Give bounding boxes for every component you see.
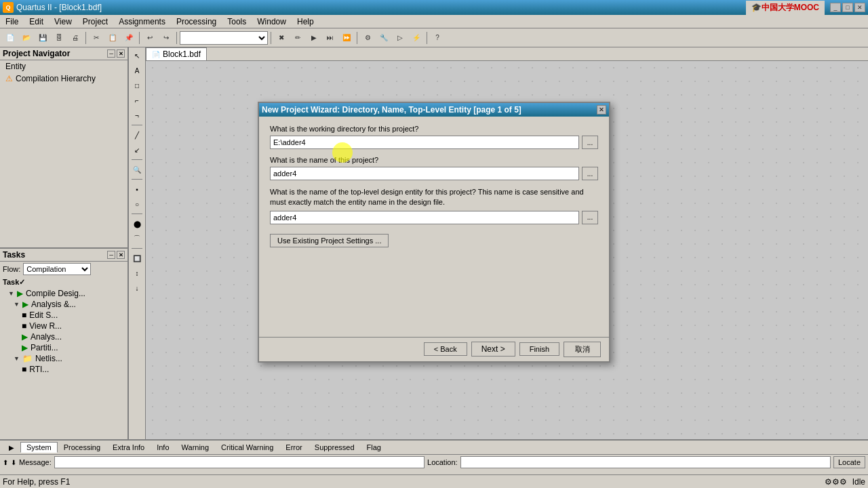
menu-file[interactable]: File xyxy=(0,15,24,28)
window-title: Quartus II - [Block1.bdf] xyxy=(16,3,102,12)
dialog-title-bar: New Project Wizard: Directory, Name, Top… xyxy=(259,103,609,117)
dialog-spacer xyxy=(259,256,609,337)
project-name-label: What is the name of this project? xyxy=(270,156,598,164)
sep2 xyxy=(139,32,140,44)
copy-btn[interactable]: 📋 xyxy=(105,30,120,45)
tab-extra-info[interactable]: Extra Info xyxy=(106,442,151,453)
sep3 xyxy=(176,32,177,44)
cut-btn[interactable]: ✂ xyxy=(89,30,104,45)
msg-up-btn[interactable]: ⬆ xyxy=(3,459,8,466)
message-tabs: ▶ System Processing Extra Info Info Warn… xyxy=(0,441,868,455)
asm-btn[interactable]: ⚙ xyxy=(360,30,375,45)
status-text: For Help, press F1 xyxy=(3,477,70,487)
bottom-panel: ▶ System Processing Extra Info Info Warn… xyxy=(0,439,868,474)
menu-project[interactable]: Project xyxy=(77,15,113,28)
tab-info[interactable]: Info xyxy=(151,442,175,453)
message-label: Message: xyxy=(19,458,52,466)
sep6 xyxy=(427,32,427,44)
mooc-logo: 🎓 中国大学MOOC xyxy=(746,1,825,15)
close-button[interactable]: ✕ xyxy=(854,3,865,12)
top-level-browse-btn[interactable]: ... xyxy=(582,211,598,224)
paste-btn[interactable]: 📌 xyxy=(121,30,136,45)
back-button[interactable]: < Back xyxy=(424,342,467,356)
status-icons: ⚙⚙⚙ xyxy=(825,477,847,487)
fitter-btn[interactable]: ⏩ xyxy=(339,30,354,45)
message-input[interactable] xyxy=(54,456,425,468)
top-level-label: What is the name of the top-level design… xyxy=(270,187,598,208)
msg-down-btn[interactable]: ⬇ xyxy=(11,459,16,466)
analyze-btn[interactable]: ⏭ xyxy=(323,30,338,45)
project-name-browse-btn[interactable]: ... xyxy=(582,167,598,180)
idle-status: Idle xyxy=(852,477,865,487)
message-row: ⬆ ⬇ Message: Location: Locate xyxy=(0,455,868,470)
sep1 xyxy=(85,32,86,44)
menu-help[interactable]: Help xyxy=(292,15,319,28)
working-dir-row: ... xyxy=(270,136,598,149)
prog-btn[interactable]: ▷ xyxy=(393,30,408,45)
tab-suppressed[interactable]: Suppressed xyxy=(309,442,361,453)
tab-flag[interactable]: Flag xyxy=(361,442,387,453)
title-bar: Q Quartus II - [Block1.bdf] 🎓 中国大学MOOC _… xyxy=(0,0,868,15)
tab-error[interactable]: Error xyxy=(279,442,308,453)
menu-assignments[interactable]: Assignments xyxy=(113,15,171,28)
tab-critical-warning[interactable]: Critical Warning xyxy=(215,442,279,453)
project-name-row: ... xyxy=(270,167,598,180)
top-level-input[interactable] xyxy=(270,211,579,224)
app-icon: Q xyxy=(3,2,14,13)
locate-button[interactable]: Locate xyxy=(833,456,865,468)
redo-btn[interactable]: ↪ xyxy=(159,30,174,45)
open-btn[interactable]: 📂 xyxy=(19,30,34,45)
location-label: Location: xyxy=(427,458,458,466)
sim-btn[interactable]: 🔧 xyxy=(376,30,391,45)
new-project-wizard-dialog: New Project Wizard: Directory, Name, Top… xyxy=(258,102,610,363)
top-level-row: ... xyxy=(270,211,598,224)
minimize-button[interactable]: _ xyxy=(830,3,841,12)
print-btn[interactable]: 🖨 xyxy=(68,30,83,45)
working-dir-label: What is the working directory for this p… xyxy=(270,125,598,133)
cancel-button[interactable]: 取消 xyxy=(564,342,601,357)
tab-warning[interactable]: Warning xyxy=(176,442,216,453)
tab-processing[interactable]: Processing xyxy=(58,442,106,453)
dialog-content: What is the working directory for this p… xyxy=(259,117,609,256)
undo-btn[interactable]: ↩ xyxy=(142,30,157,45)
menu-edit[interactable]: Edit xyxy=(24,15,49,28)
menu-view[interactable]: View xyxy=(49,15,77,28)
prog2-btn[interactable]: ⚡ xyxy=(409,30,424,45)
finish-button[interactable]: Finish xyxy=(519,342,559,356)
tab-type-col: ▶ xyxy=(3,443,20,453)
menu-tools[interactable]: Tools xyxy=(222,15,252,28)
edit-btn[interactable]: ✏ xyxy=(290,30,305,45)
restore-button[interactable]: □ xyxy=(842,3,853,12)
menu-window[interactable]: Window xyxy=(252,15,292,28)
tab-system[interactable]: System xyxy=(20,442,58,453)
menu-bar: File Edit View Project Assignments Proce… xyxy=(0,15,868,28)
save-btn[interactable]: 💾 xyxy=(35,30,50,45)
working-dir-browse-btn[interactable]: ... xyxy=(582,136,598,149)
location-input[interactable] xyxy=(460,456,831,468)
use-existing-btn[interactable]: Use Existing Project Settings ... xyxy=(270,234,389,247)
menu-processing[interactable]: Processing xyxy=(171,15,222,28)
help-btn[interactable]: ? xyxy=(430,30,445,45)
dialog-close-button[interactable]: ✕ xyxy=(597,105,606,115)
dialog-title: New Project Wizard: Directory, Name, Top… xyxy=(262,105,521,115)
toolbar: 📄 📂 💾 🗄 🖨 ✂ 📋 📌 ↩ ↪ ✖ ✏ ▶ ⏭ ⏩ ⚙ 🔧 ▷ ⚡ ? xyxy=(0,28,868,47)
next-button[interactable]: Next > xyxy=(471,342,515,357)
toolbar-dropdown[interactable] xyxy=(180,31,268,45)
project-name-input[interactable] xyxy=(270,167,579,180)
status-bar: For Help, press F1 ⚙⚙⚙ Idle xyxy=(0,474,868,488)
dialog-footer: < Back Next > Finish 取消 xyxy=(259,337,609,361)
dialog-overlay: New Project Wizard: Directory, Name, Top… xyxy=(0,47,868,439)
new-btn[interactable]: 📄 xyxy=(3,30,18,45)
sep5 xyxy=(357,32,357,44)
compile-btn[interactable]: ✖ xyxy=(274,30,289,45)
run-btn[interactable]: ▶ xyxy=(307,30,321,45)
save-all-btn[interactable]: 🗄 xyxy=(52,30,66,45)
working-dir-input[interactable] xyxy=(270,136,579,149)
sep4 xyxy=(271,32,271,44)
